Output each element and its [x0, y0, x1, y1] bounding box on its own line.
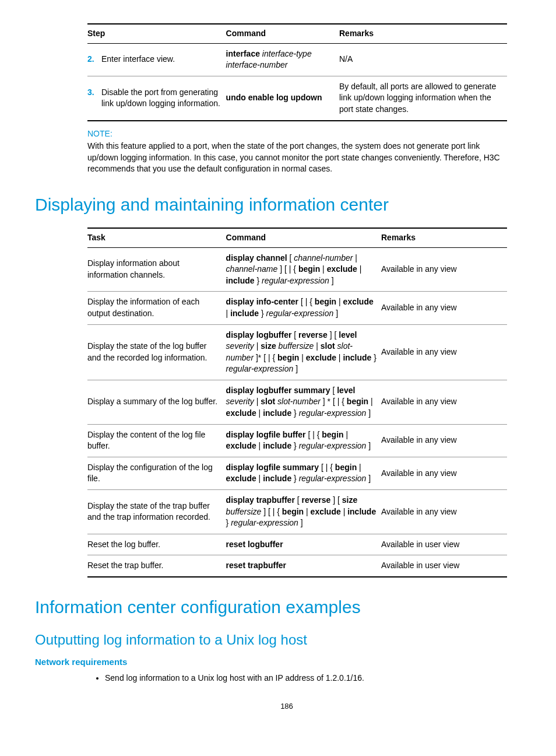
table-row: Display the state of the trap buffer and…: [87, 490, 507, 534]
remarks-cell: N/A: [339, 43, 507, 76]
command-cell: display logfile summary [ | { begin | ex…: [226, 457, 381, 489]
heading-config-examples: Information center configuration example…: [35, 595, 521, 620]
command-cell: display logfile buffer [ | { begin | exc…: [226, 424, 381, 457]
note-text: With this feature applied to a port, whe…: [87, 141, 507, 175]
table-row: 3. Disable the port from generating link…: [87, 76, 507, 120]
command-cell: reset trapbuffer: [226, 555, 381, 577]
table-row: Display the information of each output d…: [87, 292, 507, 324]
command-cell: display channel [ channel-number | chann…: [226, 247, 381, 292]
remarks-cell: Available in user view: [381, 555, 507, 577]
table-row: Display the content of the log file buff…: [87, 424, 507, 457]
task-cell: Reset the trap buffer.: [87, 555, 226, 577]
requirements-list: Send log information to a Unix log host …: [93, 673, 521, 684]
command-cell: undo enable log updown: [226, 76, 339, 120]
command-cell: interface interface-type interface-numbe…: [226, 43, 339, 76]
remarks-cell: Available in any view: [381, 490, 507, 534]
step-cell: 3. Disable the port from generating link…: [87, 76, 226, 120]
remarks-cell: Available in any view: [381, 247, 507, 292]
command-cell: display logbuffer [ reverse ] [ level se…: [226, 324, 381, 380]
step-text: Enter interface view.: [101, 54, 221, 65]
task-cell: Display the information of each output d…: [87, 292, 226, 324]
task-cell: Display the state of the trap buffer and…: [87, 490, 226, 534]
remarks-cell: Available in any view: [381, 292, 507, 324]
table-row: Display information about information ch…: [87, 247, 507, 292]
step-number: 3.: [87, 87, 98, 99]
step-cell: 2. Enter interface view.: [87, 43, 226, 76]
task-cell: Display the configuration of the log fil…: [87, 457, 226, 489]
display-commands-table: Task Command Remarks Display information…: [87, 228, 507, 578]
table-row: Reset the trap buffer. reset trapbuffer …: [87, 555, 507, 577]
th-step: Step: [87, 24, 226, 43]
step-number: 2.: [87, 54, 98, 65]
table-row: 2. Enter interface view. interface inter…: [87, 43, 507, 76]
th-command: Command: [226, 24, 339, 43]
table-row: Reset the log buffer. reset logbuffer Av…: [87, 534, 507, 555]
command-cell: display trapbuffer [ reverse ] [ size bu…: [226, 490, 381, 534]
heading-unix-loghost: Outputting log information to a Unix log…: [35, 630, 521, 650]
th-remarks: Remarks: [381, 228, 507, 247]
task-cell: Display a summary of the log buffer.: [87, 380, 226, 424]
command-cell: display info-center [ | { begin | exclud…: [226, 292, 381, 324]
page-number: 186: [52, 701, 521, 712]
remarks-cell: Available in any view: [381, 457, 507, 489]
task-cell: Display the state of the log buffer and …: [87, 324, 226, 380]
step-text: Disable the port from generating link up…: [101, 87, 221, 110]
table-row: Display the configuration of the log fil…: [87, 457, 507, 489]
task-cell: Display information about information ch…: [87, 247, 226, 292]
th-remarks: Remarks: [339, 24, 507, 43]
remarks-cell: By default, all ports are allowed to gen…: [339, 76, 507, 120]
heading-network-req: Network requirements: [35, 656, 521, 668]
th-task: Task: [87, 228, 226, 247]
remarks-cell: Available in any view: [381, 424, 507, 457]
list-item: Send log information to a Unix log host …: [105, 673, 521, 684]
note-block: NOTE: With this feature applied to a por…: [87, 128, 507, 175]
heading-displaying: Displaying and maintaining information c…: [35, 192, 521, 217]
steps-table: Step Command Remarks 2. Enter interface …: [87, 23, 507, 121]
th-command: Command: [226, 228, 381, 247]
remarks-cell: Available in user view: [381, 534, 507, 555]
task-cell: Reset the log buffer.: [87, 534, 226, 555]
table-row: Display the state of the log buffer and …: [87, 324, 507, 380]
remarks-cell: Available in any view: [381, 380, 507, 424]
command-cell: reset logbuffer: [226, 534, 381, 555]
remarks-cell: Available in any view: [381, 324, 507, 380]
note-label: NOTE:: [87, 128, 507, 140]
task-cell: Display the content of the log file buff…: [87, 424, 226, 457]
command-cell: display logbuffer summary [ level severi…: [226, 380, 381, 424]
table-row: Display a summary of the log buffer. dis…: [87, 380, 507, 424]
